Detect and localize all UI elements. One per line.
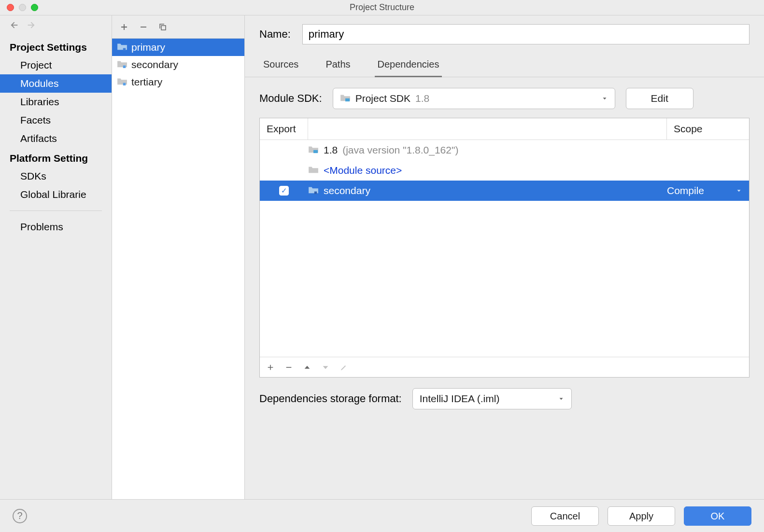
- back-icon[interactable]: [9, 20, 18, 32]
- sidebar-item-artifacts[interactable]: Artifacts: [0, 129, 112, 148]
- column-scope[interactable]: Scope: [667, 118, 749, 140]
- dependencies-table: Export Scope 1.8 (java version "1.8.0_16…: [259, 118, 750, 378]
- export-checkbox[interactable]: ✓: [279, 186, 289, 196]
- remove-dependency-icon[interactable]: [285, 364, 293, 371]
- storage-format-select[interactable]: IntelliJ IDEA (.iml): [412, 388, 572, 409]
- folder-icon: [308, 165, 319, 176]
- deps-tools: [260, 357, 749, 377]
- sdk-version: 1.8: [415, 93, 429, 104]
- dep-scope: Compile: [667, 185, 704, 196]
- storage-row: Dependencies storage format: IntelliJ ID…: [245, 378, 764, 420]
- module-folder-icon: [117, 59, 127, 70]
- edit-dependency-icon[interactable]: [340, 364, 348, 371]
- dropdown-icon: [558, 395, 565, 402]
- module-sdk-label: Module SDK:: [259, 92, 322, 105]
- sidebar-heading-platform-settings: Platform Setting: [0, 148, 112, 167]
- module-sdk-value: Project SDK 1.8: [340, 93, 430, 104]
- add-module-icon[interactable]: [120, 23, 128, 31]
- modules-panel: primary secondary tertiary: [112, 15, 245, 499]
- tab-sources[interactable]: Sources: [260, 55, 301, 77]
- svg-rect-6: [314, 192, 317, 194]
- sidebar-item-problems[interactable]: Problems: [0, 218, 112, 236]
- titlebar: Project Structure: [0, 0, 764, 15]
- dropdown-icon: [601, 95, 608, 102]
- deps-body: 1.8 (java version "1.8.0_162") <Module s…: [260, 140, 749, 357]
- sidebar-heading-project-settings: Project Settings: [0, 37, 112, 56]
- storage-value: IntelliJ IDEA (.iml): [420, 393, 500, 405]
- svg-rect-3: [123, 83, 126, 85]
- apply-button[interactable]: Apply: [608, 506, 675, 526]
- add-dependency-icon[interactable]: [267, 364, 274, 371]
- column-export[interactable]: Export: [260, 118, 308, 140]
- deps-header: Export Scope: [260, 118, 749, 140]
- forward-icon[interactable]: [27, 20, 37, 32]
- dep-name: <Module source>: [324, 165, 402, 176]
- module-item-secondary[interactable]: secondary: [112, 56, 244, 73]
- sidebar-nav: [0, 20, 112, 37]
- storage-label: Dependencies storage format:: [259, 392, 402, 405]
- body: Project Settings Project Modules Librari…: [0, 15, 764, 499]
- svg-rect-2: [123, 66, 126, 68]
- sidebar-item-libraries[interactable]: Libraries: [0, 93, 112, 111]
- svg-rect-4: [345, 98, 350, 101]
- sidebar-item-modules[interactable]: Modules: [0, 74, 112, 93]
- dep-name: 1.8: [324, 144, 338, 156]
- ok-button[interactable]: OK: [684, 506, 751, 526]
- module-item-tertiary[interactable]: tertiary: [112, 73, 244, 91]
- module-item-label: primary: [131, 42, 165, 53]
- module-folder-icon: [308, 185, 319, 196]
- tab-dependencies[interactable]: Dependencies: [375, 55, 442, 77]
- move-up-icon[interactable]: [303, 364, 311, 371]
- sidebar-divider: [10, 210, 102, 211]
- tabs: Sources Paths Dependencies: [245, 55, 764, 77]
- module-item-primary[interactable]: primary: [112, 39, 244, 56]
- column-name: [308, 118, 667, 140]
- sidebar: Project Settings Project Modules Librari…: [0, 15, 112, 499]
- sidebar-item-global-libraries[interactable]: Global Librarie: [0, 185, 112, 204]
- module-sdk-select[interactable]: Project SDK 1.8: [333, 88, 615, 109]
- module-item-label: tertiary: [131, 76, 162, 88]
- name-input[interactable]: [302, 24, 750, 44]
- copy-module-icon[interactable]: [158, 23, 167, 31]
- modules-toolbar: [112, 15, 244, 39]
- tab-paths[interactable]: Paths: [323, 55, 353, 77]
- window: Project Structure Project Settings Proje…: [0, 0, 764, 532]
- dep-row-module-source[interactable]: <Module source>: [260, 160, 749, 181]
- detail-panel: Name: Sources Paths Dependencies Module …: [245, 15, 764, 499]
- dep-row-secondary[interactable]: ✓ secondary Compile: [260, 181, 749, 201]
- remove-module-icon[interactable]: [139, 23, 148, 31]
- sidebar-item-facets[interactable]: Facets: [0, 111, 112, 129]
- sdk-row: Module SDK: Project SDK 1.8 Edit: [245, 77, 764, 118]
- svg-rect-5: [313, 150, 318, 153]
- module-folder-icon: [117, 76, 127, 88]
- help-icon[interactable]: ?: [13, 509, 27, 523]
- name-row: Name:: [245, 15, 764, 55]
- edit-sdk-button[interactable]: Edit: [626, 88, 693, 109]
- sdk-icon: [308, 144, 319, 156]
- sdk-icon: [340, 93, 351, 104]
- name-label: Name:: [259, 28, 291, 41]
- move-down-icon[interactable]: [322, 364, 329, 371]
- sdk-name: Project SDK: [355, 93, 410, 104]
- dep-row-sdk[interactable]: 1.8 (java version "1.8.0_162"): [260, 140, 749, 160]
- dropdown-icon[interactable]: [736, 187, 742, 194]
- dep-detail: (java version "1.8.0_162"): [342, 144, 458, 156]
- svg-rect-0: [161, 26, 166, 30]
- module-item-label: secondary: [131, 59, 178, 70]
- window-title: Project Structure: [0, 2, 764, 13]
- footer: ? Cancel Apply OK: [0, 499, 764, 532]
- cancel-button[interactable]: Cancel: [531, 506, 599, 526]
- dep-name: secondary: [324, 185, 370, 196]
- svg-rect-1: [123, 48, 126, 51]
- module-folder-icon: [117, 42, 127, 53]
- sidebar-item-sdks[interactable]: SDKs: [0, 167, 112, 185]
- sidebar-item-project[interactable]: Project: [0, 56, 112, 74]
